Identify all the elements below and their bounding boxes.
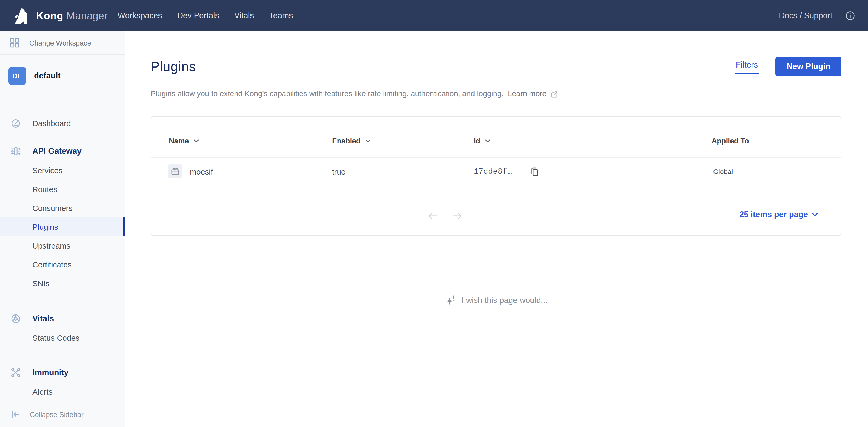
current-workspace[interactable]: DE default [0,55,125,97]
nav-item-vitals[interactable]: Vitals [234,11,254,21]
sidebar-item-alerts[interactable]: Alerts [0,382,125,401]
column-header-name[interactable]: Name [169,137,199,145]
filters-link[interactable]: Filters [735,59,759,74]
row-applied-to: Global [713,167,733,175]
description-text: Plugins allow you to extend Kong's capab… [151,89,503,98]
api-gateway-icon [10,146,21,156]
column-label: Id [474,137,480,145]
sidebar-item-label: Status Codes [32,333,80,342]
table-row[interactable]: moesif true 17cde8f… Global [151,157,841,186]
nav-item-workspaces[interactable]: Workspaces [118,11,162,21]
change-workspace-button[interactable]: Change Workspace [0,31,125,55]
items-per-page-label: 25 items per page [739,210,808,219]
copy-id-button[interactable] [529,165,541,177]
column-header-enabled[interactable]: Enabled [332,137,371,145]
sidebar: Change Workspace DE default Dashboard [0,31,125,427]
next-page-button[interactable] [451,211,463,221]
collapse-sidebar-icon [10,410,20,419]
nav-item-dev-portals[interactable]: Dev Portals [177,11,219,21]
column-label: Name [169,137,189,145]
change-workspace-label: Change Workspace [29,39,91,47]
sort-chevron-icon [365,139,371,143]
sidebar-item-label: Plugins [32,222,58,231]
wish-text: I wish this page would... [461,295,548,305]
sidebar-item-snis[interactable]: SNIs [0,274,125,292]
brand[interactable]: Kong Manager [0,7,108,25]
nav-links: Workspaces Dev Portals Vitals Teams [118,11,293,21]
sidebar-item-dashboard[interactable]: Dashboard [0,114,125,133]
docs-support-link[interactable]: Docs / Support [779,11,832,21]
plugins-table-card: Name Enabled Id Applied To [151,116,841,236]
sidebar-divider [8,97,117,97]
copy-icon [530,166,539,176]
nav-item-teams[interactable]: Teams [269,11,293,21]
sidebar-item-vitals[interactable]: Vitals [0,309,125,328]
arrow-left-icon [428,212,438,220]
sidebar-item-label: Alerts [32,387,53,396]
sidebar-item-label: SNIs [32,279,50,288]
table-header: Name Enabled Id Applied To [151,117,841,158]
sidebar-item-consumers[interactable]: Consumers [0,198,125,217]
kong-logo-icon [12,7,30,25]
workspace-grid-icon [10,38,19,48]
workspace-avatar: DE [8,67,26,85]
sidebar-item-immunity[interactable]: Immunity [0,363,125,382]
brand-suffix: Manager [66,10,108,22]
sidebar-item-routes[interactable]: Routes [0,179,125,198]
column-label: Applied To [712,137,749,145]
page-description: Plugins allow you to extend Kong's capab… [151,89,558,98]
new-plugin-button[interactable]: New Plugin [776,57,841,77]
sidebar-item-label: Vitals [32,314,54,323]
page-title: Plugins [151,58,196,75]
sidebar-item-label: Consumers [32,203,72,212]
sparkles-icon [446,294,457,306]
sidebar-item-upstreams[interactable]: Upstreams [0,236,125,255]
sidebar-item-label: Routes [32,184,57,193]
main-content: Plugins Filters New Plugin Plugins allow… [125,31,868,427]
sort-chevron-icon [485,139,491,143]
collapse-sidebar-button[interactable]: Collapse Sidebar [0,405,125,424]
page-header: Plugins Filters New Plugin [151,55,841,78]
pagination [427,211,463,221]
kong-manager-app: Kong Manager Workspaces Dev Portals Vita… [0,0,868,427]
workspace-name: default [34,71,61,81]
sidebar-item-label: Immunity [32,368,68,377]
nav-right: Docs / Support [779,11,868,21]
learn-more-link[interactable]: Learn more [508,89,547,98]
sort-chevron-icon [193,139,199,143]
sidebar-item-api-gateway[interactable]: API Gateway [0,142,125,161]
sidebar-item-status-codes[interactable]: Status Codes [0,328,125,347]
immunity-icon [10,367,21,378]
items-per-page-select[interactable]: 25 items per page [739,210,818,219]
top-nav: Kong Manager Workspaces Dev Portals Vita… [0,0,868,31]
sidebar-item-label: Dashboard [32,118,71,127]
dashboard-icon [10,118,21,128]
column-header-applied-to: Applied To [712,137,749,145]
wish-prompt[interactable]: I wish this page would... [125,294,868,306]
external-link-icon [551,90,558,98]
info-icon[interactable] [845,11,855,21]
brand-name: Kong [36,10,63,22]
column-label: Enabled [332,137,361,145]
sidebar-item-certificates[interactable]: Certificates [0,255,125,274]
sidebar-item-services[interactable]: Services [0,161,125,179]
vitals-icon [10,313,21,324]
sidebar-item-plugins[interactable]: Plugins [0,217,125,236]
sidebar-item-label: API Gateway [32,146,82,156]
sidebar-item-label: Certificates [32,260,72,269]
sidebar-item-label: Upstreams [32,241,70,250]
previous-page-button[interactable] [427,211,439,221]
row-id: 17cde8f… [474,167,512,176]
arrow-right-icon [452,212,462,220]
row-name[interactable]: moesif [190,167,213,176]
row-enabled: true [332,167,346,176]
collapse-sidebar-label: Collapse Sidebar [30,410,84,418]
column-header-id[interactable]: Id [474,137,491,145]
page-actions: Filters New Plugin [735,57,842,77]
sidebar-item-label: Services [32,166,62,174]
plugin-icon [168,164,182,178]
chevron-down-icon [811,212,818,217]
